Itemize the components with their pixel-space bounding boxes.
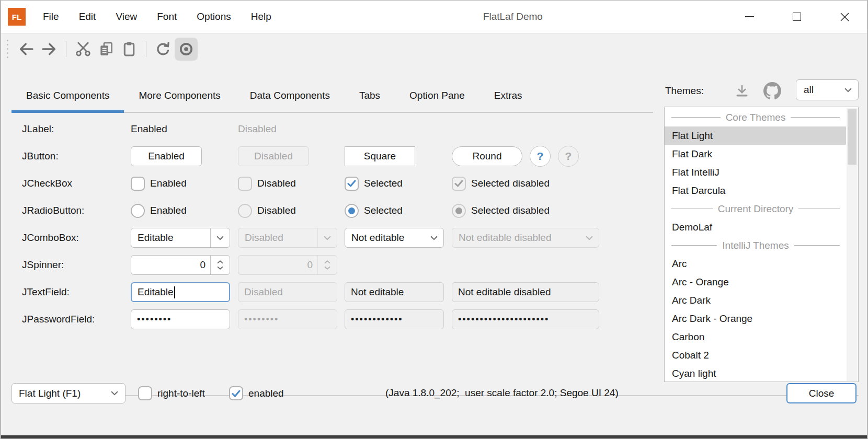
radio-selected[interactable]: Selected xyxy=(345,204,452,218)
tab-extras[interactable]: Extras xyxy=(479,79,537,112)
copy-button[interactable] xyxy=(95,38,118,61)
basic-components-panel: JLabel: Enabled Disabled JButton: Enable… xyxy=(22,115,604,333)
theme-item-arc-orange[interactable]: Arc - Orange xyxy=(665,273,846,291)
jlabel-row: JLabel: Enabled Disabled xyxy=(22,115,604,143)
cut-button[interactable] xyxy=(72,38,95,61)
theme-item-cyan-light[interactable]: Cyan light xyxy=(665,364,846,382)
toolbar-grip[interactable] xyxy=(7,40,8,58)
back-button[interactable] xyxy=(15,38,38,61)
close-button[interactable]: Close xyxy=(786,383,856,403)
menu-options[interactable]: Options xyxy=(187,1,241,33)
theme-item-flat-light[interactable]: Flat Light xyxy=(665,126,846,145)
tab-data-components[interactable]: Data Components xyxy=(235,79,345,112)
checkbox-icon[interactable] xyxy=(138,386,152,400)
radio-disabled: Disabled xyxy=(238,204,345,218)
jcheckbox-row: JCheckBox Enabled Disabled Selected Sele… xyxy=(22,170,604,197)
radio-selected-icon[interactable] xyxy=(345,204,359,218)
cut-icon xyxy=(74,40,92,58)
download-themes-button[interactable] xyxy=(734,83,750,101)
theme-item-flat-darcula[interactable]: Flat Darcula xyxy=(665,181,846,200)
textfield-not-editable: Not editable xyxy=(345,282,444,302)
themes-filter-combobox[interactable]: all xyxy=(796,79,859,100)
theme-item-demolaf[interactable]: DemoLaf xyxy=(665,218,846,236)
eye-icon xyxy=(177,40,195,58)
maximize-button[interactable] xyxy=(792,12,802,21)
radio-icon[interactable] xyxy=(131,204,145,218)
tab-more-components[interactable]: More Components xyxy=(124,79,235,112)
tab-option-pane[interactable]: Option Pane xyxy=(395,79,479,112)
checkbox-icon[interactable] xyxy=(131,177,145,191)
themes-group-separator: IntelliJ Themes xyxy=(665,236,846,255)
textfield-editable[interactable]: Editable xyxy=(131,282,230,302)
theme-item-arc[interactable]: Arc xyxy=(665,255,846,273)
forward-button[interactable] xyxy=(38,38,61,61)
jcombobox-row: JComboBox: Editable Disabled Not editabl… xyxy=(22,224,604,251)
tab-basic-components[interactable]: Basic Components xyxy=(12,79,124,112)
theme-item-arc-dark-orange[interactable]: Arc Dark - Orange xyxy=(665,309,846,328)
spinner-buttons[interactable] xyxy=(210,256,230,274)
tab-tabs[interactable]: Tabs xyxy=(345,79,395,112)
combobox-editable[interactable]: Editable xyxy=(131,228,230,248)
lookandfeel-combobox[interactable]: Flat Light (F1) xyxy=(12,383,125,403)
menu-edit[interactable]: Edit xyxy=(69,1,106,33)
radio-selected-icon xyxy=(452,204,466,218)
minimize-button[interactable] xyxy=(745,12,754,21)
help-button-disabled: ? xyxy=(558,146,579,167)
disabled-button: Disabled xyxy=(238,146,309,166)
chevron-down-icon xyxy=(216,236,224,240)
chevron-up-icon[interactable] xyxy=(217,260,223,264)
themes-filter-value: all xyxy=(796,84,844,96)
theme-item-arc-dark[interactable]: Arc Dark xyxy=(665,291,846,309)
theme-item-cobalt-2[interactable]: Cobalt 2 xyxy=(665,346,846,364)
checkbox-checked-icon[interactable] xyxy=(229,386,243,400)
refresh-button[interactable] xyxy=(152,38,175,61)
radio-enabled[interactable]: Enabled xyxy=(131,204,238,218)
github-button[interactable] xyxy=(763,82,781,102)
jlabel-enabled: Enabled xyxy=(131,123,167,134)
forward-icon xyxy=(40,40,59,59)
jradiobutton-row: JRadioButton: Enabled Disabled Selected … xyxy=(22,197,604,224)
chevron-down-icon xyxy=(586,236,593,240)
theme-item-flat-dark[interactable]: Flat Dark xyxy=(665,145,846,163)
close-window-button[interactable] xyxy=(840,12,849,21)
passwordfield-enabled[interactable]: •••••••• xyxy=(131,309,230,329)
right-to-left-checkbox[interactable]: right-to-left xyxy=(138,383,205,403)
round-button[interactable]: Round xyxy=(452,146,522,166)
themes-scrollbar[interactable] xyxy=(847,108,858,381)
copy-icon xyxy=(98,41,115,57)
combobox-not-editable[interactable]: Not editable xyxy=(345,228,444,248)
checkbox-checked-icon[interactable] xyxy=(345,177,359,191)
help-button[interactable]: ? xyxy=(530,146,551,167)
square-button[interactable]: Square xyxy=(345,146,415,166)
checkbox-enabled[interactable]: Enabled xyxy=(131,177,238,191)
theme-item-carbon[interactable]: Carbon xyxy=(665,328,846,346)
spinner-enabled[interactable]: 0 xyxy=(131,255,230,275)
theme-item-flat-intellij[interactable]: Flat IntelliJ xyxy=(665,163,846,181)
close-icon xyxy=(840,13,849,21)
paste-button[interactable] xyxy=(118,38,141,61)
radio-selected-disabled: Selected disabled xyxy=(452,204,604,218)
menu-font[interactable]: Font xyxy=(147,1,187,33)
combobox-disabled: Disabled xyxy=(238,228,337,248)
toolbar xyxy=(1,33,867,64)
menu-view[interactable]: View xyxy=(106,1,147,33)
chevron-up-icon xyxy=(324,260,330,264)
themes-scrollbar-thumb[interactable] xyxy=(848,109,856,165)
refresh-icon xyxy=(154,40,172,58)
eye-toggle-button[interactable] xyxy=(175,38,198,61)
flatlaf-demo-window: FL File Edit View Font Options Help Flat… xyxy=(0,0,868,439)
chevron-down-icon[interactable] xyxy=(217,266,223,270)
enabled-checkbox[interactable]: enabled xyxy=(229,383,284,403)
enabled-button[interactable]: Enabled xyxy=(131,146,202,166)
passwordfield-not-editable-disabled: ••••••••••••••••••••• xyxy=(452,309,599,329)
checkbox-selected-disabled: Selected disabled xyxy=(452,177,604,191)
menu-help[interactable]: Help xyxy=(241,1,281,33)
window-title: FlatLaf Demo xyxy=(281,11,745,22)
menu-file[interactable]: File xyxy=(33,1,69,33)
titlebar: FL File Edit View Font Options Help Flat… xyxy=(1,1,867,33)
jlabel-disabled: Disabled xyxy=(238,123,277,134)
jtextfield-row: JTextField: Editable Disabled Not editab… xyxy=(22,279,604,306)
lookandfeel-value: Flat Light (F1) xyxy=(12,388,111,399)
checkbox-selected[interactable]: Selected xyxy=(345,177,452,191)
jcombobox-caption: JComboBox: xyxy=(22,232,131,244)
